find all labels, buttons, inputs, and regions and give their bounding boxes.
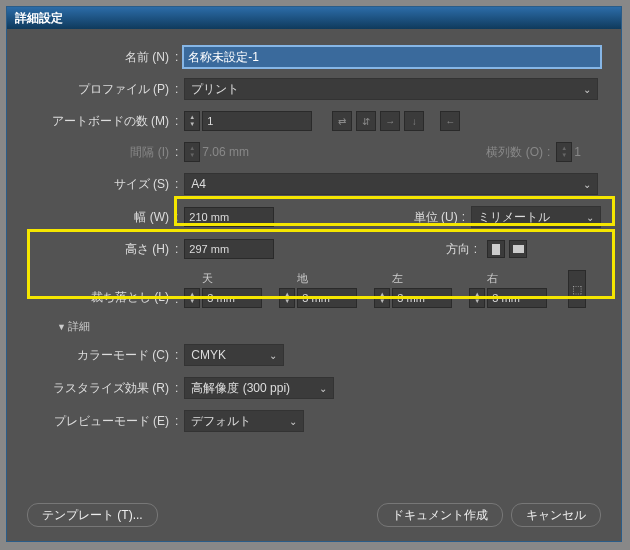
arrow-left-icon[interactable]: ← <box>440 111 460 131</box>
preview-select[interactable]: デフォルト ⌄ <box>184 410 304 432</box>
name-input[interactable] <box>184 47 600 67</box>
width-label: 幅 (W) <box>27 209 175 226</box>
unit-select[interactable]: ミリメートル ⌄ <box>471 206 601 228</box>
advanced-disclosure[interactable]: 詳細 <box>57 319 601 334</box>
dialog-title: 詳細設定 <box>7 7 621 29</box>
unit-label: 単位 (U) <box>414 209 458 226</box>
create-document-button[interactable]: ドキュメント作成 <box>377 503 503 527</box>
colormode-value: CMYK <box>191 348 226 362</box>
bleed-left-input[interactable] <box>392 288 452 308</box>
spacing-value: 7.06 mm <box>202 145 292 159</box>
raster-select[interactable]: 高解像度 (300 ppi) ⌄ <box>184 377 334 399</box>
bleed-left-stepper[interactable]: ▲▼ <box>374 288 390 308</box>
spacing-stepper: ▲▼ <box>184 142 200 162</box>
raster-label: ラスタライズ効果 (R) <box>27 380 175 397</box>
height-label: 高さ (H) <box>27 241 175 258</box>
name-label: 名前 (N) <box>27 49 175 66</box>
chevron-down-icon: ⌄ <box>583 84 591 95</box>
cols-stepper: ▲▼ <box>556 142 572 162</box>
chevron-down-icon: ⌄ <box>586 212 594 223</box>
profile-select[interactable]: プリント ⌄ <box>184 78 598 100</box>
bleed-bottom-label: 地 <box>279 271 374 286</box>
bleed-right-input[interactable] <box>487 288 547 308</box>
dialog-window: 詳細設定 名前 (N) : プロファイル (P) : プリント ⌄ アートボード… <box>6 6 622 542</box>
bleed-left-label: 左 <box>374 271 469 286</box>
bleed-right-label: 右 <box>469 271 564 286</box>
arrow-right-icon[interactable]: → <box>380 111 400 131</box>
portrait-icon <box>492 244 500 255</box>
orientation-label: 方向 <box>446 241 470 258</box>
bleed-bottom-input[interactable] <box>297 288 357 308</box>
bleed-top-input[interactable] <box>202 288 262 308</box>
bleed-link-button[interactable]: ⬚ <box>568 270 586 308</box>
dialog-body: 名前 (N) : プロファイル (P) : プリント ⌄ アートボードの数 (M… <box>7 29 621 541</box>
spacing-label: 間隔 (I) <box>27 144 175 161</box>
chevron-down-icon: ⌄ <box>319 383 327 394</box>
grid-row-lr-icon[interactable]: ⇄ <box>332 111 352 131</box>
size-select[interactable]: A4 ⌄ <box>184 173 598 195</box>
bleed-bottom-stepper[interactable]: ▲▼ <box>279 288 295 308</box>
bleed-top-stepper[interactable]: ▲▼ <box>184 288 200 308</box>
cols-label: 横列数 (O) <box>486 144 543 161</box>
height-input[interactable] <box>184 239 274 259</box>
unit-value: ミリメートル <box>478 209 550 226</box>
profile-label: プロファイル (P) <box>27 81 175 98</box>
bleed-label: 裁ち落とし (L) <box>27 289 175 308</box>
preview-label: プレビューモード (E) <box>27 413 175 430</box>
artboards-input[interactable] <box>202 111 312 131</box>
chevron-down-icon: ⌄ <box>583 179 591 190</box>
raster-value: 高解像度 (300 ppi) <box>191 380 290 397</box>
preview-value: デフォルト <box>191 413 251 430</box>
grid-row-ud-icon[interactable]: ⇵ <box>356 111 376 131</box>
size-value: A4 <box>191 177 206 191</box>
chevron-down-icon: ⌄ <box>269 350 277 361</box>
colormode-label: カラーモード (C) <box>27 347 175 364</box>
chevron-down-icon: ⌄ <box>289 416 297 427</box>
colormode-select[interactable]: CMYK ⌄ <box>184 344 284 366</box>
size-label: サイズ (S) <box>27 176 175 193</box>
bleed-top-label: 天 <box>184 271 279 286</box>
cols-value: 1 <box>574 145 581 159</box>
landscape-icon <box>513 245 524 253</box>
link-icon: ⬚ <box>572 283 582 296</box>
arrow-down-icon[interactable]: ↓ <box>404 111 424 131</box>
width-input[interactable] <box>184 207 274 227</box>
orientation-landscape-button[interactable] <box>509 240 527 258</box>
profile-value: プリント <box>191 81 239 98</box>
template-button[interactable]: テンプレート (T)... <box>27 503 158 527</box>
bleed-right-stepper[interactable]: ▲▼ <box>469 288 485 308</box>
orientation-portrait-button[interactable] <box>487 240 505 258</box>
cancel-button[interactable]: キャンセル <box>511 503 601 527</box>
artboards-label: アートボードの数 (M) <box>27 113 175 130</box>
artboards-stepper[interactable]: ▲▼ <box>184 111 200 131</box>
